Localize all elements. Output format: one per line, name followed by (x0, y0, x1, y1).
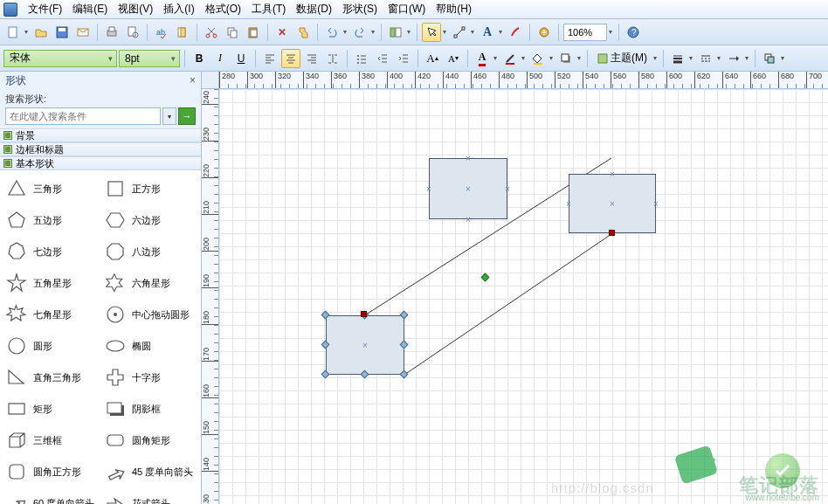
menu-shape[interactable]: 形状(S) (337, 0, 383, 18)
shape-stencil-arrow45[interactable]: 45 度单向箭头 (102, 460, 197, 483)
font-name-combo[interactable]: 宋体 (3, 50, 117, 67)
pointer-tool-button[interactable] (422, 23, 441, 42)
menu-window[interactable]: 窗口(W) (383, 0, 431, 18)
svg-rect-30 (562, 54, 569, 61)
spellcheck-button[interactable]: ab (152, 23, 171, 42)
shape-stencil-star7[interactable]: 七角星形 (3, 303, 99, 326)
increase-indent-button[interactable] (394, 49, 413, 68)
copy-button[interactable] (223, 23, 242, 42)
cut-button[interactable] (202, 23, 221, 42)
shape-stencil-star6[interactable]: 六角星形 (102, 272, 197, 294)
shape-stencil-heptagon[interactable]: 七边形 (3, 240, 99, 263)
auto-connect-button[interactable] (535, 23, 554, 42)
shape-stencil-shadow-box[interactable]: 阴影框 (102, 397, 197, 420)
shape-stencil-fancy-arrow[interactable]: 花式箭头 (102, 492, 197, 504)
underline-button[interactable]: U (231, 49, 251, 68)
open-button[interactable] (31, 23, 51, 42)
email-button[interactable] (73, 23, 93, 42)
shape-stencil-triangle[interactable]: 三角形 (3, 177, 99, 200)
shapes-list: 三角形正方形五边形六边形七边形八边形五角星形六角星形七角星形中心拖动圆形圆形椭圆… (0, 170, 201, 504)
menu-file[interactable]: 文件(F) (23, 0, 67, 18)
category-background[interactable]: ▦背景 (0, 128, 201, 142)
redo-button[interactable] (350, 23, 369, 42)
shape-stencil-star5[interactable]: 五角星形 (3, 272, 99, 294)
shape-stencil-octagon[interactable]: 八边形 (102, 240, 197, 263)
shape-stencil-pentagon[interactable]: 五边形 (3, 209, 99, 231)
horizontal-ruler: 2803003203403603804004204404604805005205… (219, 72, 828, 89)
undo-button[interactable] (322, 23, 342, 42)
shape-stencil-right-triangle[interactable]: 直角三角形 (3, 366, 99, 389)
shape-stencil-cross[interactable]: 十字形 (102, 366, 197, 389)
research-button[interactable] (173, 23, 192, 42)
svg-rect-2 (59, 28, 66, 31)
align-left-button[interactable] (260, 49, 279, 68)
line-weight-button[interactable] (668, 49, 687, 68)
shapes-pane-button[interactable] (386, 23, 405, 42)
font-size-combo[interactable]: 8pt (119, 50, 180, 67)
connector-endpoint-handle[interactable] (361, 311, 367, 317)
category-borders-titles[interactable]: ▦边框和标题 (0, 142, 201, 156)
connector-endpoint-handle[interactable] (609, 230, 615, 236)
conn-point-icon: × (466, 215, 471, 224)
increase-font-button[interactable]: A▴ (423, 49, 442, 68)
svg-text:?: ? (631, 28, 637, 38)
shape-stencil-arrow60[interactable]: 60 度单向箭头 (3, 492, 99, 504)
shape-stencil-circle[interactable]: 圆形 (3, 335, 99, 357)
print-preview-button[interactable] (123, 23, 142, 42)
font-color-button[interactable]: A (473, 49, 492, 68)
new-button[interactable] (3, 23, 23, 42)
menu-format[interactable]: 格式(O) (200, 0, 246, 18)
shape-stencil-cube[interactable]: 三维框 (3, 429, 99, 452)
shape-label: 五边形 (33, 214, 62, 227)
align-center-button[interactable] (281, 49, 300, 68)
distribute-button[interactable] (323, 49, 342, 68)
menu-edit[interactable]: 编辑(E) (67, 0, 113, 18)
menu-view[interactable]: 视图(V) (113, 0, 158, 18)
decrease-font-button[interactable]: A▾ (444, 49, 463, 68)
line-ends-button[interactable] (724, 49, 743, 68)
bullets-button[interactable] (352, 49, 371, 68)
shape-stencil-hexagon[interactable]: 六边形 (102, 209, 197, 231)
italic-button[interactable]: I (210, 49, 230, 68)
save-button[interactable] (52, 23, 72, 42)
bold-button[interactable]: B (190, 49, 209, 68)
shape-stencil-round-square[interactable]: 圆角正方形 (3, 460, 99, 483)
fill-color-button[interactable] (528, 49, 548, 68)
menu-help[interactable]: 帮助(H) (431, 0, 477, 18)
delete-button[interactable]: ✕ (273, 23, 292, 42)
search-input[interactable] (5, 107, 161, 125)
svg-marker-36 (9, 212, 24, 227)
arrange-button[interactable] (760, 49, 779, 68)
category-basic-shapes[interactable]: ▦基本形状 (0, 156, 201, 170)
menu-insert[interactable]: 插入(I) (158, 0, 199, 18)
selection-handle[interactable] (400, 370, 409, 379)
paste-button[interactable] (244, 23, 263, 42)
conn-point-icon: × (505, 184, 510, 194)
line-color-button[interactable] (500, 49, 520, 68)
ink-tool-button[interactable] (506, 23, 525, 42)
panel-close-button[interactable]: × (190, 74, 196, 86)
text-tool-button[interactable]: A (478, 23, 497, 42)
zoom-combo[interactable]: 106% (563, 24, 607, 41)
print-button[interactable] (102, 23, 121, 42)
search-go-button[interactable]: → (178, 107, 196, 125)
connectors-layer (219, 89, 828, 504)
decrease-indent-button[interactable] (373, 49, 392, 68)
theme-button[interactable]: 主题(M) (592, 49, 652, 68)
shape-stencil-rect[interactable]: 矩形 (3, 397, 99, 420)
menu-tools[interactable]: 工具(T) (246, 0, 291, 18)
format-painter-button[interactable] (293, 23, 313, 42)
align-right-button[interactable] (302, 49, 321, 68)
shape-stencil-square[interactable]: 正方形 (102, 177, 197, 200)
connector-tool-button[interactable] (450, 23, 469, 42)
shadow-button[interactable] (556, 49, 576, 68)
search-dropdown-button[interactable]: ▾ (162, 107, 176, 125)
line-pattern-button[interactable] (696, 49, 715, 68)
shape-stencil-circle-target[interactable]: 中心拖动圆形 (102, 303, 197, 326)
menu-data[interactable]: 数据(D) (291, 0, 337, 18)
help-button[interactable]: ? (624, 23, 643, 42)
connector-midpoint-handle[interactable] (481, 273, 490, 282)
shape-stencil-round-rect[interactable]: 圆角矩形 (102, 429, 197, 452)
shape-stencil-ellipse[interactable]: 椭圆 (102, 335, 197, 357)
canvas[interactable]: × × × × × × × × × × http://blog.csdn (219, 89, 828, 504)
